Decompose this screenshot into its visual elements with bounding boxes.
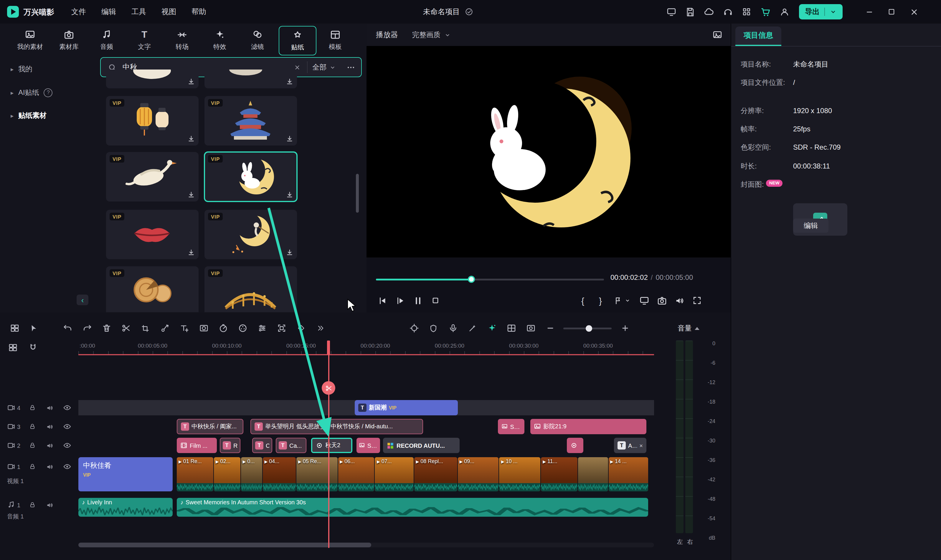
undo-icon[interactable] (58, 319, 77, 337)
fullscreen-icon[interactable] (688, 292, 706, 309)
sidebar-item-sticker-assets[interactable]: ▸ 贴纸素材 (5, 107, 94, 124)
clip-film[interactable]: Film ... (177, 438, 217, 453)
clip-close-icon[interactable]: × (639, 442, 643, 449)
apps-grid-icon[interactable] (738, 3, 755, 20)
eye-icon[interactable] (63, 422, 71, 431)
clip-sticker-xinguochao[interactable]: T 新国潮 VIP (355, 400, 458, 415)
eye-icon[interactable] (63, 463, 71, 471)
mute-icon[interactable] (46, 404, 53, 412)
close-button[interactable] (903, 0, 925, 23)
video-clip[interactable]: ▶ 09... (458, 457, 499, 491)
clip-overlay-cinema219[interactable]: 影院21:9 (530, 419, 646, 434)
video-clip[interactable]: ▶ 02... (214, 457, 240, 491)
menu-view[interactable]: 视图 (154, 7, 184, 17)
progress-handle[interactable] (468, 276, 475, 283)
export-chevron-icon[interactable] (830, 8, 837, 15)
cloud-icon[interactable] (700, 3, 718, 20)
snap-magnet-icon[interactable] (28, 343, 38, 352)
sidebar-item-ai-stickers[interactable]: ▸ AI贴纸 ? (5, 84, 94, 101)
in-out-settings-button[interactable] (609, 292, 635, 309)
menu-file[interactable]: 文件 (64, 7, 94, 17)
speaker-icon[interactable] (670, 292, 688, 309)
mute-icon[interactable] (46, 442, 53, 449)
clip-sh2[interactable]: Sh... (357, 438, 380, 453)
tab-effects[interactable]: 特效 (201, 26, 238, 54)
search-more-icon[interactable] (341, 63, 361, 72)
tab-text[interactable]: T 文字 (126, 26, 163, 54)
account-icon[interactable] (775, 3, 793, 20)
sticker-item-moon-fishing[interactable]: VIP (204, 210, 297, 259)
snapshot-icon[interactable] (653, 292, 670, 309)
video-clip[interactable]: ▶ 0... (241, 457, 262, 491)
download-icon[interactable] (188, 135, 195, 143)
audio-clip-sweet-memories[interactable]: ♪Sweet Memories In Autumn Short Version … (177, 498, 648, 517)
video-clip[interactable]: ▶ 04... (263, 457, 296, 491)
tab-transitions[interactable]: 转场 (164, 26, 200, 54)
tab-stickers[interactable]: 贴纸 (279, 26, 317, 55)
tab-filters[interactable]: 滤镜 (239, 26, 276, 54)
sticker-item-crane[interactable]: VIP (106, 152, 198, 202)
clip-effect-qiutian2-selected[interactable]: 秋天2 (311, 438, 352, 453)
timeline-hscroll-thumb[interactable] (78, 543, 371, 547)
sticker-item-temple[interactable]: VIP (204, 96, 297, 146)
sticker-item-mooncakes[interactable]: VIP (106, 266, 198, 312)
clip-text-au[interactable]: T Au... × (614, 438, 646, 453)
tab-my-media[interactable]: 我的素材 (12, 26, 48, 54)
mute-icon[interactable] (46, 423, 53, 431)
download-icon[interactable] (286, 191, 294, 198)
playback-progress-slider[interactable] (376, 278, 604, 280)
select-tool-icon[interactable] (24, 319, 44, 337)
lock-icon[interactable] (29, 404, 35, 411)
clip-text-r[interactable]: T R... (220, 438, 240, 453)
sticker-item-bridge[interactable]: VIP (204, 266, 297, 312)
clip-record-autumn[interactable]: RECORD AUTU... (383, 438, 460, 453)
pause-button[interactable] (409, 292, 427, 309)
clip-text-jutouwangmingyue[interactable]: T 举头望明月 低头思故乡 / 中秋节快乐 / Mid-autu... (251, 419, 423, 434)
mirror-display-icon[interactable] (635, 292, 653, 309)
export-button[interactable]: 导出 (799, 4, 843, 20)
clip-small-effect[interactable] (567, 438, 583, 453)
mark-in-icon[interactable]: { (574, 292, 592, 309)
download-icon[interactable] (286, 78, 294, 85)
sticker-item-partial-1[interactable] (106, 69, 198, 88)
tab-project-info[interactable]: 项目信息 (735, 26, 781, 46)
lock-icon[interactable] (29, 442, 35, 449)
timeline-hscroll-track[interactable] (78, 543, 654, 547)
clip-text-zhongqiukuaile[interactable]: T 中秋快乐 / 阖家... (177, 419, 243, 434)
compare-view-icon[interactable] (712, 30, 723, 40)
sidebar-item-mine[interactable]: ▸ 我的 (5, 61, 94, 77)
tab-stock-media[interactable]: 素材库 (51, 26, 87, 54)
sticker-item-rabbit-moon[interactable]: VIP (204, 152, 297, 202)
download-icon[interactable] (188, 78, 195, 85)
edit-cover-button[interactable]: 编辑 (793, 218, 829, 233)
clip-overlay-sh[interactable]: Sh... (498, 419, 524, 434)
eye-icon[interactable] (63, 441, 71, 449)
grid-scrollbar[interactable] (356, 174, 359, 213)
help-icon[interactable]: ? (44, 88, 53, 97)
app-logo-icon[interactable] (6, 5, 20, 19)
video-clip[interactable]: ▶ 08 Repl... (414, 457, 457, 491)
menu-edit[interactable]: 编辑 (94, 7, 124, 17)
playhead-line[interactable] (328, 340, 329, 548)
minimize-button[interactable] (858, 0, 880, 23)
search-filter-dropdown[interactable]: 全部 (307, 61, 341, 73)
video-clip[interactable] (578, 457, 608, 491)
collapse-sidebar-button[interactable]: ‹ (77, 295, 88, 305)
volume-meter-header[interactable]: 音量 (678, 323, 700, 334)
download-icon[interactable] (188, 191, 195, 198)
tab-templates[interactable]: 模板 (317, 26, 354, 54)
audio-clip-lively-inn[interactable]: ♪Lively Inn (78, 498, 173, 517)
video-clip[interactable]: ▶ 14 ... (608, 457, 648, 491)
clip-text-ca[interactable]: T Ca... (276, 438, 306, 453)
video-clip[interactable]: ▶ 06... (338, 457, 374, 491)
manage-tracks-icon[interactable] (8, 343, 18, 352)
clip-sticker-zhongqiu[interactable]: 中秋佳肴 VIP (78, 457, 173, 491)
download-icon[interactable] (286, 135, 294, 143)
split-playhead-scissors-icon[interactable] (322, 381, 335, 395)
previous-frame-button[interactable] (374, 292, 391, 309)
display-mode-icon[interactable] (662, 3, 680, 20)
mark-out-icon[interactable]: } (592, 292, 609, 309)
video-clip[interactable]: ▶ 01 Re... (177, 457, 213, 491)
sticker-item-partial-2[interactable] (204, 69, 297, 88)
video-clip[interactable]: ▶ 10 ... (500, 457, 540, 491)
